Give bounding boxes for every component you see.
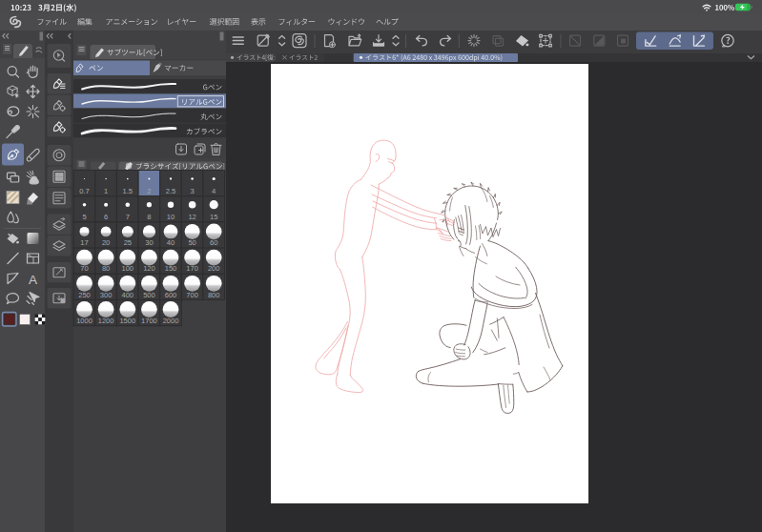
svg-text:20: 20 bbox=[102, 238, 110, 247]
svg-text:100: 100 bbox=[122, 264, 134, 273]
svg-text:1500: 1500 bbox=[119, 317, 135, 325]
svg-text:120: 120 bbox=[143, 264, 155, 273]
svg-text:10: 10 bbox=[167, 213, 175, 221]
svg-text:15: 15 bbox=[210, 213, 217, 221]
svg-text:50: 50 bbox=[188, 238, 196, 247]
svg-text:500: 500 bbox=[143, 291, 155, 299]
svg-text:250: 250 bbox=[78, 291, 91, 299]
svg-text:25: 25 bbox=[124, 238, 132, 247]
svg-text:200: 200 bbox=[208, 264, 220, 273]
svg-text:A: A bbox=[29, 273, 37, 287]
svg-text:150: 150 bbox=[165, 264, 177, 273]
svg-text:7: 7 bbox=[126, 213, 130, 221]
svg-text:2000: 2000 bbox=[163, 317, 179, 325]
svg-text:1700: 1700 bbox=[141, 317, 157, 325]
svg-text:1200: 1200 bbox=[98, 317, 114, 325]
svg-text:300: 300 bbox=[100, 291, 113, 299]
svg-text:40: 40 bbox=[167, 238, 175, 247]
svg-text:80: 80 bbox=[102, 264, 110, 273]
svg-text:5: 5 bbox=[82, 213, 86, 221]
svg-text:600: 600 bbox=[165, 291, 177, 299]
svg-text:700: 700 bbox=[186, 291, 198, 299]
svg-text:30: 30 bbox=[145, 238, 153, 247]
svg-text:170: 170 bbox=[186, 264, 198, 273]
svg-text:8: 8 bbox=[147, 213, 151, 221]
svg-text:4: 4 bbox=[212, 187, 216, 195]
svg-text:2: 2 bbox=[147, 187, 151, 195]
svg-text:0.7: 0.7 bbox=[79, 187, 89, 195]
svg-text:1.5: 1.5 bbox=[123, 187, 133, 195]
svg-text:3: 3 bbox=[191, 187, 195, 195]
svg-text:800: 800 bbox=[208, 291, 220, 299]
svg-text:1000: 1000 bbox=[76, 317, 93, 325]
svg-text:17: 17 bbox=[80, 238, 88, 247]
svg-text:1: 1 bbox=[104, 187, 108, 195]
svg-text:2.5: 2.5 bbox=[166, 187, 175, 195]
svg-text:400: 400 bbox=[122, 291, 134, 299]
svg-text:70: 70 bbox=[80, 264, 88, 273]
svg-text:6: 6 bbox=[104, 213, 108, 221]
svg-text:12: 12 bbox=[188, 213, 196, 221]
svg-text:60: 60 bbox=[210, 238, 217, 247]
